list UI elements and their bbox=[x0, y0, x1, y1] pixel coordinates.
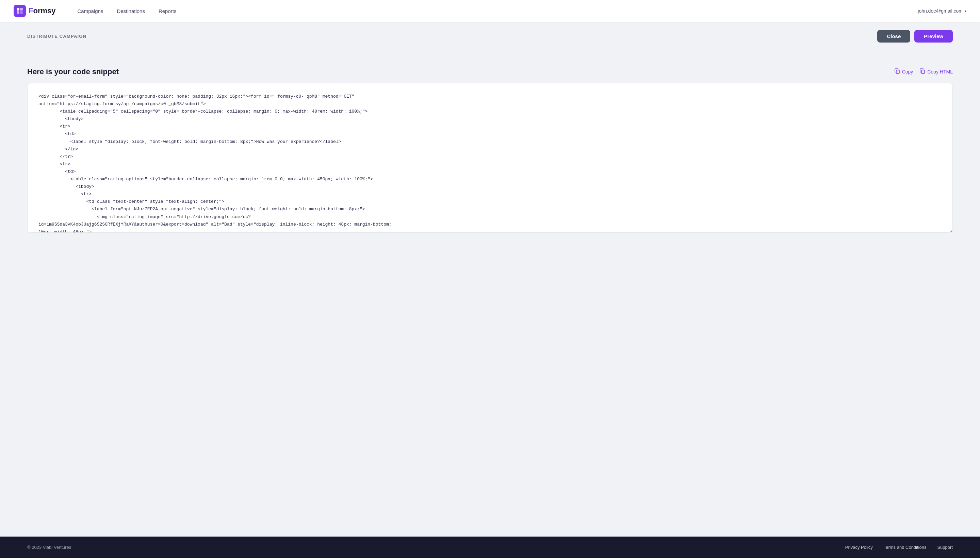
distribute-header: DISTRIBUTE CAMPAIGN Close Preview bbox=[0, 22, 980, 51]
nav-campaigns[interactable]: Campaigns bbox=[72, 5, 109, 17]
code-snippet: <div class="or-email-form" style="backgr… bbox=[38, 93, 942, 233]
snippet-actions: Copy Copy HTML bbox=[895, 68, 953, 75]
svg-rect-1 bbox=[20, 8, 23, 11]
copy-html-button[interactable]: Copy HTML bbox=[920, 68, 953, 75]
copy-label: Copy bbox=[902, 69, 913, 74]
svg-rect-0 bbox=[17, 8, 20, 11]
nav-destinations[interactable]: Destinations bbox=[111, 5, 150, 17]
code-container[interactable]: <div class="or-email-form" style="backgr… bbox=[27, 83, 953, 233]
user-menu[interactable]: john.doe@gmail.com ▾ bbox=[918, 8, 966, 14]
footer-support[interactable]: Support bbox=[937, 545, 953, 550]
svg-rect-5 bbox=[921, 70, 924, 74]
footer-terms-and-conditions[interactable]: Terms and Conditions bbox=[884, 545, 927, 550]
footer-privacy-policy[interactable]: Privacy Policy bbox=[845, 545, 873, 550]
svg-rect-4 bbox=[896, 70, 900, 74]
user-email: john.doe@gmail.com bbox=[918, 8, 963, 14]
brand-name: Formsy bbox=[29, 7, 56, 15]
distribute-campaign-title: DISTRIBUTE CAMPAIGN bbox=[27, 34, 87, 39]
copy-html-icon bbox=[920, 68, 925, 75]
copy-icon bbox=[895, 68, 900, 75]
footer-copyright: © 2023 Viabl Ventures bbox=[27, 545, 71, 550]
close-button[interactable]: Close bbox=[877, 30, 910, 43]
copy-button[interactable]: Copy bbox=[895, 68, 913, 75]
navbar: Formsy Campaigns Destinations Reports jo… bbox=[0, 0, 980, 22]
main-content: Here is your code snippet Copy bbox=[0, 51, 980, 537]
footer-links: Privacy Policy Terms and Conditions Supp… bbox=[845, 545, 953, 550]
brand-icon bbox=[14, 5, 26, 17]
chevron-down-icon: ▾ bbox=[965, 9, 966, 13]
copy-html-label: Copy HTML bbox=[927, 69, 953, 74]
snippet-header: Here is your code snippet Copy bbox=[27, 67, 953, 76]
preview-button[interactable]: Preview bbox=[914, 30, 953, 43]
svg-rect-2 bbox=[17, 11, 20, 14]
svg-rect-3 bbox=[20, 11, 23, 14]
brand-logo[interactable]: Formsy bbox=[14, 5, 56, 17]
footer: © 2023 Viabl Ventures Privacy Policy Ter… bbox=[0, 537, 980, 558]
nav-links: Campaigns Destinations Reports bbox=[72, 5, 918, 17]
nav-reports[interactable]: Reports bbox=[153, 5, 182, 17]
snippet-title: Here is your code snippet bbox=[27, 67, 119, 76]
header-actions: Close Preview bbox=[877, 30, 953, 43]
